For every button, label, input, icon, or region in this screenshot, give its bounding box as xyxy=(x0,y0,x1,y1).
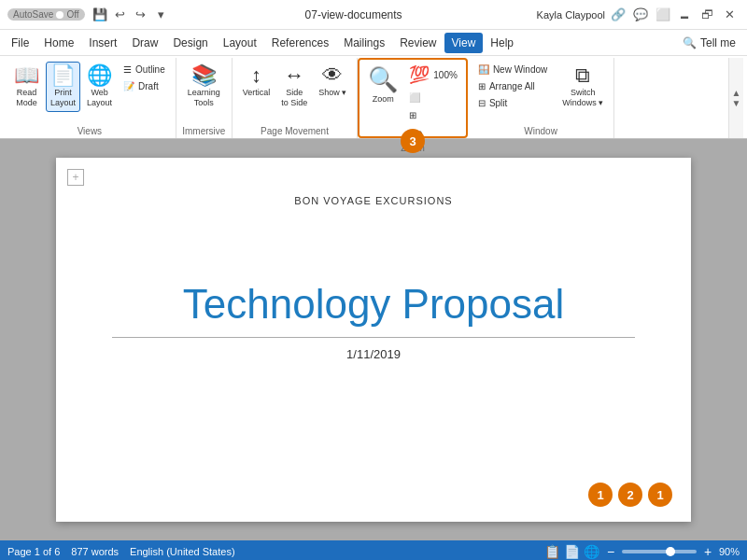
page-movement-group-label: Page Movement xyxy=(261,124,329,136)
save-button[interactable]: 💾 xyxy=(91,6,109,24)
menu-help[interactable]: Help xyxy=(483,33,521,53)
zoom-control: − + 90% xyxy=(603,544,740,559)
title-bar-left: AutoSave Off 💾 ↩ ↪ ▾ xyxy=(7,6,171,24)
zoom-out-button[interactable]: − xyxy=(603,544,618,559)
ribbon-group-immersive: 📚 Learning Tools Immersive xyxy=(176,58,233,138)
autosave-state: Off xyxy=(66,9,78,20)
search-icon: 🔍 xyxy=(683,36,697,49)
menu-review[interactable]: Review xyxy=(392,33,444,53)
title-bar: AutoSave Off 💾 ↩ ↪ ▾ 07-view-documents K… xyxy=(0,0,747,30)
word-count: 877 words xyxy=(71,546,119,557)
zoom-slider[interactable] xyxy=(622,550,697,553)
scroll-down-icon[interactable]: ▼ xyxy=(732,98,741,108)
print-view-icon[interactable]: 📄 xyxy=(564,544,580,559)
zoom-percentage: 90% xyxy=(719,546,740,557)
zoom-100-icon: 💯 xyxy=(409,64,430,85)
close-button[interactable]: ✕ xyxy=(721,6,740,24)
show-icon: 👁 xyxy=(322,65,343,86)
user-name: Kayla Claypool xyxy=(537,9,605,21)
web-view-icon[interactable]: 🌐 xyxy=(584,544,599,559)
outline-icon: ☰ xyxy=(123,64,132,75)
new-window-button[interactable]: 🪟 New Window xyxy=(473,62,552,77)
print-layout-button[interactable]: 📄 PrintLayout xyxy=(46,62,80,112)
menu-bar: File Home Insert Draw Design Layout Refe… xyxy=(0,30,747,56)
document-area: + BON VOYAGE EXCURSIONS Technology Propo… xyxy=(0,139,747,540)
split-icon: ⊟ xyxy=(478,98,486,108)
status-left: Page 1 of 6 877 words English (United St… xyxy=(7,546,235,557)
badge-1a: 1 xyxy=(588,483,613,507)
switch-windows-icon: ⧉ xyxy=(575,65,590,86)
page-movement-buttons: ↕ Vertical ↔ Sideto Side 👁 Show ▾ xyxy=(238,62,352,124)
zoom-button[interactable]: 🔍 Zoom xyxy=(363,62,402,108)
side-to-side-button[interactable]: ↔ Sideto Side xyxy=(276,62,312,112)
draft-button[interactable]: 📝 Draft xyxy=(119,78,170,94)
one-page-button[interactable]: ⬜ xyxy=(404,90,462,105)
draft-icon: 📝 xyxy=(123,81,134,91)
learning-tools-button[interactable]: 📚 Learning Tools xyxy=(183,62,225,112)
title-divider xyxy=(112,337,635,338)
menu-file[interactable]: File xyxy=(4,33,36,53)
autosave-dot xyxy=(56,11,63,19)
multiple-pages-button[interactable]: ⊞ xyxy=(404,107,462,123)
step-badges: 1 2 1 xyxy=(588,483,672,507)
badge-2: 2 xyxy=(618,483,642,507)
undo-redo-group: 💾 ↩ ↪ ▾ xyxy=(91,6,171,24)
window-group-label: Window xyxy=(524,124,557,136)
autosave-label: AutoSave xyxy=(13,9,53,20)
views-buttons: 📖 ReadMode 📄 PrintLayout 🌐 WebLayout ☰ O… xyxy=(9,62,170,124)
ribbon-group-views: 📖 ReadMode 📄 PrintLayout 🌐 WebLayout ☰ O… xyxy=(4,58,176,138)
quick-access-more[interactable]: ▾ xyxy=(152,6,171,24)
status-right: 📋 📄 🌐 − + 90% xyxy=(544,544,740,559)
comment-button[interactable]: 💬 xyxy=(631,6,650,24)
scroll-up-icon[interactable]: ▲ xyxy=(732,88,741,98)
minimize-button[interactable]: 🗕 xyxy=(676,6,695,24)
read-mode-icon: 📖 xyxy=(14,65,39,86)
menu-mailings[interactable]: Mailings xyxy=(336,33,392,53)
learning-tools-icon: 📚 xyxy=(191,65,217,86)
new-window-icon: 🪟 xyxy=(478,64,489,75)
menu-design[interactable]: Design xyxy=(165,33,215,53)
zoom-in-button[interactable]: + xyxy=(700,544,715,559)
vertical-button[interactable]: ↕ Vertical xyxy=(238,62,275,102)
vertical-icon: ↕ xyxy=(251,65,261,86)
tell-me-search[interactable]: 🔍 Tell me xyxy=(675,33,743,53)
switch-windows-button[interactable]: ⧉ SwitchWindows ▾ xyxy=(557,62,608,112)
restore-button[interactable]: 🗗 xyxy=(698,6,717,24)
ribbon-group-window: 🪟 New Window ⊞ Arrange All ⊟ Split ⧉ Swi… xyxy=(468,58,614,138)
read-view-icon[interactable]: 📋 xyxy=(544,544,560,559)
print-layout-icon: 📄 xyxy=(50,65,76,86)
undo-button[interactable]: ↩ xyxy=(111,6,130,24)
menu-layout[interactable]: Layout xyxy=(216,33,264,53)
step3-badge: 3 xyxy=(401,129,425,153)
split-button[interactable]: ⊟ Split xyxy=(473,95,552,111)
document-title: 07-view-documents xyxy=(305,8,402,21)
learning-tools-label: Learning Tools xyxy=(188,88,220,108)
autosave-toggle[interactable]: AutoSave Off xyxy=(7,8,85,21)
menu-home[interactable]: Home xyxy=(36,33,81,53)
show-button[interactable]: 👁 Show ▾ xyxy=(314,62,351,102)
redo-button[interactable]: ↪ xyxy=(132,6,150,24)
ribbon-group-zoom: 🔍 Zoom 💯 100% ⬜ ⊞ ⟷ xyxy=(358,58,468,138)
share-button[interactable]: 🔗 xyxy=(609,6,627,24)
add-content-icon[interactable]: + xyxy=(67,169,84,186)
arrange-all-button[interactable]: ⊞ Arrange All xyxy=(473,78,552,94)
outline-button[interactable]: ☰ Outline xyxy=(119,62,170,77)
menu-insert[interactable]: Insert xyxy=(81,33,124,53)
ribbon-group-page-movement: ↕ Vertical ↔ Sideto Side 👁 Show ▾ Page M… xyxy=(233,58,359,138)
read-mode-button[interactable]: 📖 ReadMode xyxy=(9,62,44,112)
language-indicator: English (United States) xyxy=(130,546,235,557)
menu-references[interactable]: References xyxy=(264,33,336,53)
badge-1b: 1 xyxy=(648,483,672,507)
company-name: BON VOYAGE EXCURSIONS xyxy=(112,195,635,206)
menu-view[interactable]: View xyxy=(444,33,484,53)
menu-draw[interactable]: Draw xyxy=(124,33,165,53)
ribbon-scroll[interactable]: ▲ ▼ xyxy=(728,58,743,138)
views-stack: ☰ Outline 📝 Draft xyxy=(119,62,170,94)
document-main-title: Technology Proposal xyxy=(112,281,635,328)
page-indicator: Page 1 of 6 xyxy=(7,546,60,557)
tell-me-label: Tell me xyxy=(700,36,736,49)
web-layout-button[interactable]: 🌐 WebLayout xyxy=(82,62,117,112)
title-bar-right: Kayla Claypool 🔗 💬 ⬜ 🗕 🗗 ✕ xyxy=(537,6,740,24)
ribbon-display-button[interactable]: ⬜ xyxy=(654,6,672,24)
zoom-100-button[interactable]: 💯 100% xyxy=(404,62,462,88)
